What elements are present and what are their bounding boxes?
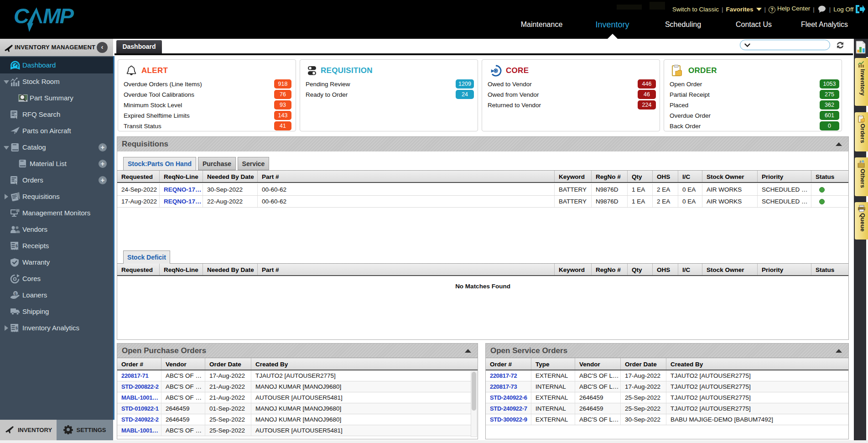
svg-text:$: $	[16, 326, 18, 330]
svg-text:$: $	[14, 292, 16, 296]
svg-text:$: $	[16, 244, 18, 248]
svg-text:MP: MP	[43, 7, 74, 28]
svg-text:C: C	[14, 7, 30, 28]
